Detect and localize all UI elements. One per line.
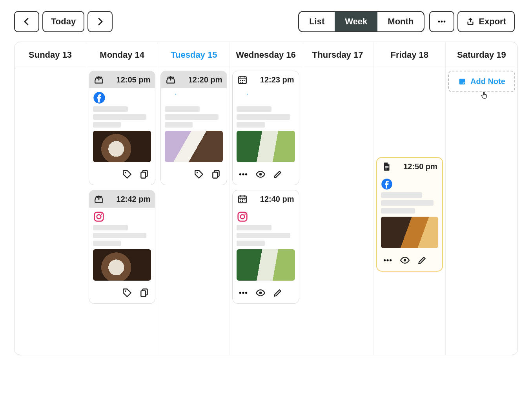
text-placeholder: [237, 114, 290, 120]
ellipsis-icon: [437, 17, 446, 26]
post-time: 12:40 pm: [248, 195, 294, 204]
eye-icon[interactable]: [255, 288, 266, 298]
note-icon: [458, 77, 466, 86]
text-placeholder: [237, 233, 290, 238]
text-placeholder: [237, 122, 264, 128]
text-placeholder: [93, 114, 146, 120]
tag-icon[interactable]: [122, 288, 132, 298]
text-placeholder: [93, 122, 121, 128]
ellipsis-icon[interactable]: [238, 169, 248, 179]
edit-icon[interactable]: [273, 169, 283, 179]
text-placeholder: [237, 225, 271, 230]
eye-icon[interactable]: [255, 169, 266, 179]
text-placeholder: [93, 225, 128, 230]
day-column-thursday[interactable]: [302, 68, 374, 355]
post-card[interactable]: 12:05 pm: [89, 71, 155, 185]
day-header: Tuesday 15: [158, 42, 230, 68]
instagram-icon: [237, 211, 248, 223]
post-thumbnail: [237, 131, 295, 162]
post-card[interactable]: 12:40 pm: [232, 190, 299, 304]
edit-icon[interactable]: [273, 288, 283, 298]
ellipsis-icon[interactable]: [238, 288, 248, 298]
day-header: Friday 18: [374, 42, 446, 68]
view-week[interactable]: Week: [335, 12, 377, 31]
day-body-row: 12:05 pm 12:42 pm: [15, 68, 517, 355]
add-note-button[interactable]: Add Note: [448, 71, 515, 92]
post-time: 12:23 pm: [248, 75, 294, 84]
tag-icon[interactable]: [122, 169, 132, 179]
text-placeholder: [165, 122, 193, 128]
calendar-icon: [237, 194, 248, 204]
calendar-icon: [237, 75, 248, 85]
eye-icon[interactable]: [400, 255, 410, 265]
week-calendar: Sunday 13 Monday 14 Tuesday 15 Wednesday…: [14, 42, 518, 355]
text-placeholder: [381, 208, 415, 214]
post-card[interactable]: 12:23 pm: [232, 71, 299, 185]
view-list[interactable]: List: [299, 12, 335, 31]
view-month[interactable]: Month: [377, 12, 424, 31]
cursor-hand-icon: [480, 91, 489, 100]
edit-icon[interactable]: [417, 255, 427, 265]
outbox-icon: [94, 75, 104, 85]
post-time: 12:05 pm: [104, 75, 150, 84]
day-header: Saturday 19: [446, 42, 517, 68]
add-note-label: Add Note: [470, 77, 505, 86]
post-thumbnail: [93, 249, 151, 281]
post-thumbnail: [93, 131, 151, 162]
day-header: Sunday 13: [15, 42, 86, 68]
text-placeholder: [93, 233, 146, 238]
post-thumbnail: [237, 249, 295, 281]
day-column-sunday[interactable]: [15, 68, 86, 355]
next-button[interactable]: [87, 11, 113, 32]
text-placeholder: [93, 241, 121, 246]
post-thumbnail: [381, 217, 438, 248]
export-icon: [466, 17, 475, 26]
day-column-saturday[interactable]: Add Note: [446, 68, 517, 355]
day-header: Thursday 17: [302, 42, 374, 68]
instagram-icon: [93, 211, 105, 223]
day-column-wednesday[interactable]: 12:23 pm 12:40 pm: [230, 68, 302, 355]
export-button[interactable]: Export: [457, 11, 515, 32]
post-card[interactable]: 12:20 pm: [160, 71, 227, 185]
text-placeholder: [237, 106, 271, 112]
view-switcher: List Week Month: [298, 11, 425, 32]
toolbar: Today List Week Month Export: [0, 0, 532, 38]
tag-icon[interactable]: [194, 169, 204, 179]
post-time: 12:42 pm: [104, 195, 150, 204]
outbox-icon: [166, 75, 176, 85]
day-header: Wednesday 16: [230, 42, 302, 68]
copy-icon[interactable]: [139, 169, 149, 179]
export-label: Export: [479, 16, 506, 27]
text-placeholder: [381, 192, 422, 198]
text-placeholder: [165, 114, 218, 120]
more-menu-button[interactable]: [429, 11, 454, 32]
post-time: 12:50 pm: [392, 162, 437, 171]
outbox-icon: [94, 194, 104, 204]
day-column-monday[interactable]: 12:05 pm 12:42 pm: [86, 68, 158, 355]
post-thumbnail: [165, 131, 223, 162]
twitter-icon: [165, 91, 177, 104]
facebook-icon: [381, 178, 393, 190]
document-icon: [382, 161, 392, 172]
text-placeholder: [237, 241, 264, 246]
arrow-right-icon: [95, 17, 105, 26]
ellipsis-icon[interactable]: [383, 255, 393, 265]
day-header-row: Sunday 13 Monday 14 Tuesday 15 Wednesday…: [15, 42, 517, 68]
copy-icon[interactable]: [139, 288, 149, 298]
facebook-icon: [93, 91, 106, 104]
post-time: 12:20 pm: [176, 75, 222, 84]
day-column-tuesday[interactable]: 12:20 pm: [158, 68, 230, 355]
day-header: Monday 14: [86, 42, 158, 68]
copy-icon[interactable]: [211, 169, 221, 179]
text-placeholder: [165, 106, 200, 112]
post-card[interactable]: 12:50 pm: [376, 157, 443, 272]
arrow-left-icon: [22, 17, 31, 26]
day-column-friday[interactable]: 12:50 pm: [374, 68, 446, 355]
text-placeholder: [381, 200, 434, 206]
post-card[interactable]: 12:42 pm: [89, 190, 155, 304]
text-placeholder: [93, 106, 128, 112]
today-button[interactable]: Today: [42, 11, 84, 32]
prev-button[interactable]: [14, 11, 39, 32]
twitter-icon: [237, 91, 249, 104]
